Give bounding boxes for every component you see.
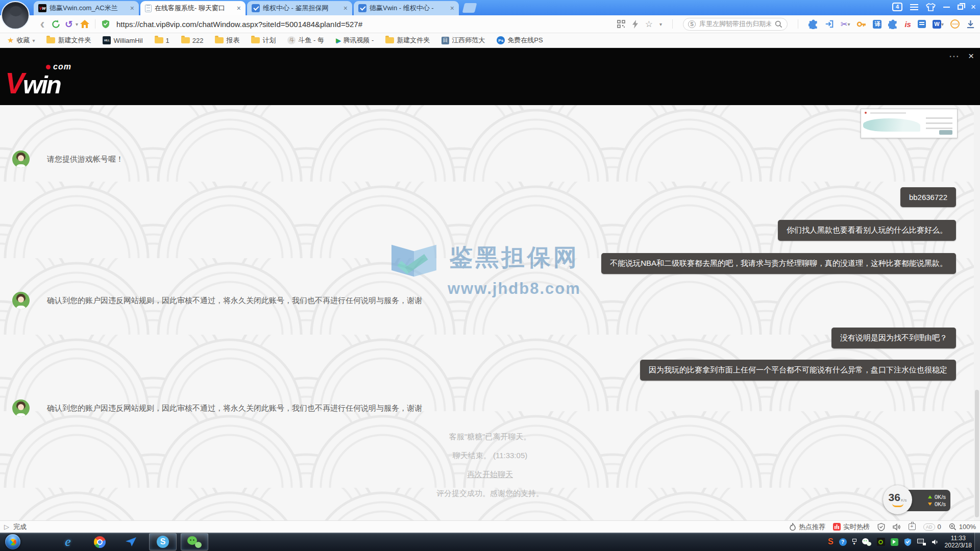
home-icon[interactable] [78,19,91,29]
favorites-caret[interactable]: ▾ [659,21,662,27]
repair-toolbox-icon[interactable] [909,523,916,530]
tab-title: 德赢Vwin.com_AC米兰 [50,4,127,13]
volume-tray-icon[interactable] [932,539,939,545]
bookmark-douyu[interactable]: 斗斗鱼 - 每 [287,36,324,45]
network-tray-icon[interactable] [917,539,926,545]
tab-chat-window[interactable]: 在线客服系统- 聊天窗口 × [140,1,246,15]
wechat-tray-icon[interactable] [862,538,871,546]
extension-puzzle-icon[interactable] [888,19,898,29]
search-suggestion-text[interactable]: 库里左脚韧带扭伤归期未定 [699,19,771,29]
zoom-control[interactable]: 100% [949,523,976,531]
green-app-tray-icon[interactable] [891,538,898,546]
restore-button[interactable] [958,5,963,10]
site-icon: 目 [442,37,449,44]
bookmark-label: 新建文件夹 [58,36,91,45]
minimize-button[interactable] [943,7,950,8]
chat-menu-dots-icon[interactable]: ⋯ [949,50,959,62]
bookmark-folder[interactable]: 1 [155,37,169,44]
speed-gauge-circle[interactable]: 36K/s [883,485,912,514]
magnifier-icon[interactable] [775,20,782,28]
mute-speaker-button[interactable] [893,523,901,531]
tab-close-icon[interactable]: × [237,5,241,12]
ad-block-counter[interactable]: AD 0 [923,523,941,531]
bookmark-folder[interactable]: 计划 [251,36,276,45]
show-hidden-icons[interactable]: ▾ [852,539,856,545]
star-icon: ★ [7,36,14,45]
agent-avatar [12,151,30,168]
bookmark-folder[interactable]: 报表 [215,36,239,45]
tab-close-icon[interactable]: × [130,5,134,12]
nvidia-tray-icon[interactable] [877,538,885,546]
taskbar-wechat-button[interactable] [181,533,208,550]
flash-lightning-icon[interactable] [632,20,639,29]
bookmark-favorites[interactable]: ★收藏▾ [7,36,35,45]
upload-speed-value: 0K/s [935,494,946,500]
url-address[interactable]: https://chat.vip8vip.com/chatWindow.aspx… [116,20,362,29]
bookmark-williamhill[interactable]: HILLWilliamHil [103,36,142,44]
chat-close-icon[interactable]: × [968,51,974,62]
bookmark-label: 收藏 [16,36,30,45]
browser-user-avatar[interactable] [1,1,30,30]
menu-icon[interactable] [910,4,918,10]
agent-message-text: 确认到您的账户因违反网站规则，因此审核不通过，将永久关闭此账号，我们也不再进行任… [47,404,422,413]
restart-chat-link[interactable]: 再次开始聊天 [467,470,513,479]
bookmark-folder[interactable]: 新建文件夹 [46,36,91,45]
safety-shield-button[interactable] [877,523,885,531]
tab-vwin-site[interactable]: Vw 德赢Vwin.com_AC米兰 × [34,1,139,15]
site-security-shield-icon[interactable] [99,19,112,29]
hot-recommend-button[interactable]: 热点推荐 [789,522,825,532]
bookmark-university[interactable]: 目江西师范大 [442,36,485,45]
bookmark-label: 免费在线PS [507,36,543,45]
more-extensions-icon[interactable]: ⋯ [950,19,960,29]
help-tray-icon[interactable]: ? [839,538,847,546]
word-extension-icon[interactable]: W▾ [933,20,944,29]
bookmark-label: 新建文件夹 [397,36,430,45]
new-tab-button[interactable] [462,3,477,13]
refresh-icon[interactable] [49,19,62,29]
taskbar-thunder-button[interactable] [117,533,145,550]
taskbar-chrome-button[interactable] [86,533,113,550]
sogou-input-icon[interactable]: S [828,537,834,546]
notes-extension-icon[interactable] [918,20,926,28]
history-undo-icon[interactable]: ↺ [62,18,76,30]
shared-screenshot-thumbnail[interactable] [861,109,958,138]
network-speed-widget[interactable]: 0K/s 0K/s 36K/s [883,485,951,516]
security-shield-tray-icon[interactable] [904,538,912,546]
ie-icon: e [65,536,71,548]
trending-button[interactable]: 实时热榜 [833,522,870,532]
qr-code-icon[interactable] [617,20,625,28]
agent-message-row: 确认到您的账户因违反网站规则，因此审核不通过，将永久关闭此账号，我们也不再进行任… [12,292,422,309]
password-key-icon[interactable] [856,20,866,28]
download-icon[interactable] [966,20,975,29]
login-door-icon[interactable] [825,19,834,29]
zoom-magnifier-icon [949,523,957,531]
search-box[interactable]: S 库里左脚韧带扭伤归期未定 [683,18,788,31]
red-is-extension-icon[interactable]: is [904,20,911,29]
bookmark-tencent-video[interactable]: ▶腾讯视频 - [336,36,374,45]
restart-chat-link-row: 再次开始聊天 [0,470,980,480]
close-window-button[interactable]: × [971,3,976,11]
back-icon[interactable]: ‹ [36,18,49,30]
bookmark-online-ps[interactable]: Ps免费在线PS [497,36,543,45]
tab-close-icon[interactable]: × [450,5,454,12]
favorite-star-icon[interactable]: ☆ [645,19,653,30]
bookmark-label: 江西师范大 [452,36,485,45]
bookmark-folder[interactable]: 新建文件夹 [385,36,430,45]
start-button[interactable] [5,534,20,549]
taskbar-clock[interactable]: 11:33 2022/3/18 [945,535,972,549]
taskbar-ie-button[interactable]: e [54,533,82,550]
user-message-bubble: 你们找人黑款也要看看别人玩的什么比赛好么。 [778,220,956,241]
tab-vwin-weiquan[interactable]: 德赢Vwin - 维权中心 - × [354,1,459,15]
tab-jhdb[interactable]: 维权中心 - 鉴黑担保网 × [247,1,352,15]
translate-extension-icon[interactable]: 译 [873,20,881,29]
show-desktop-button[interactable] [974,533,980,551]
bookmark-folder[interactable]: 222 [181,37,204,44]
theme-skin-icon[interactable] [926,3,936,11]
bookmark-label: 1 [166,37,169,44]
extension-puzzle-icon[interactable] [808,19,818,29]
scissors-extension-icon[interactable]: ✂▾ [841,19,850,29]
taskbar-skype-button[interactable]: S [149,533,177,550]
tab-close-icon[interactable]: × [344,5,348,12]
tab-count-badge[interactable]: 4 [892,3,902,11]
agent-avatar [12,292,30,309]
